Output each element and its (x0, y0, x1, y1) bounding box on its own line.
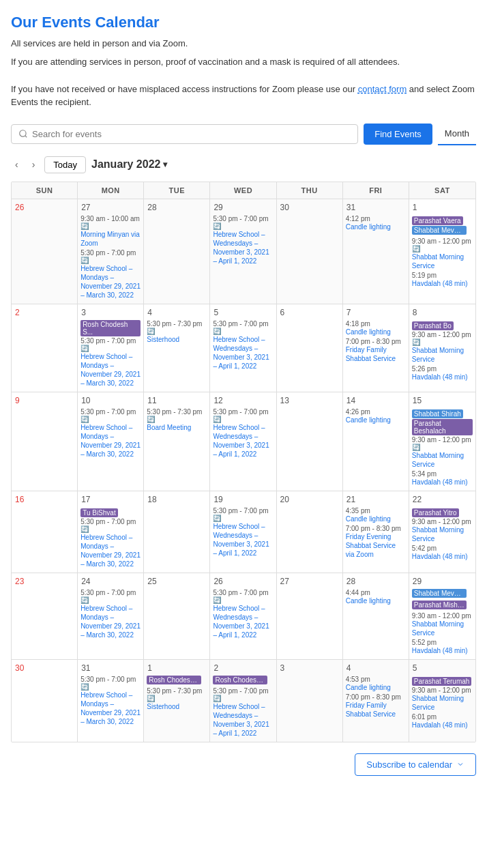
calendar-day-dec28: 28 (144, 199, 210, 304)
event-name[interactable]: Hebrew School – Wednesdays – November 3,… (213, 335, 273, 371)
event-name[interactable]: Havdalah (48 min) (412, 721, 473, 729)
event-name[interactable]: Hebrew School – Mondays – November 29, 2… (80, 352, 141, 388)
event-refresh: 🔄 (147, 328, 207, 335)
event-badge[interactable]: Parashat Mishpatim (412, 601, 467, 609)
calendar-day-jan20: 20 (277, 491, 343, 573)
event-badge[interactable]: Parashat Beshalach (412, 419, 473, 435)
calendar-day-jan11: 11 5:30 pm - 7:30 pm 🔄 Board Meeting (144, 392, 210, 491)
calendar-day-jan6: 6 (277, 304, 343, 392)
event-name[interactable]: Friday Family Shabbat Service (346, 701, 406, 719)
search-input[interactable] (32, 129, 351, 139)
calendar-day-jan18: 18 (144, 491, 210, 573)
event-block: 9:30 am - 12:00 pm 🔄 Shabbat Morning Ser… (412, 331, 473, 364)
calendar-day-jan19: 19 5:30 pm - 7:00 pm 🔄 Hebrew School – W… (210, 491, 276, 573)
event-name[interactable]: Candle lighting (346, 416, 406, 424)
calendar-day-jan23: 23 (12, 573, 78, 659)
event-name[interactable]: Hebrew School – Mondays – November 29, 2… (80, 691, 141, 726)
event-name[interactable]: Hebrew School – Wednesdays – November 3,… (213, 702, 273, 738)
prev-month-button[interactable]: ‹ (11, 156, 23, 173)
next-month-button[interactable]: › (28, 156, 40, 173)
event-name[interactable]: Friday Evening Shabbat Service via Zoom (346, 532, 406, 559)
event-name[interactable]: Morning Minyan via Zoom (80, 230, 141, 248)
event-badge[interactable]: Parashat Terumah (412, 677, 472, 686)
event-name[interactable]: Shabbat Morning Service (412, 694, 473, 712)
event-name[interactable]: Board Meeting (147, 423, 207, 432)
day-number: 1 (412, 202, 473, 213)
event-time: 4:35 pm (346, 507, 406, 515)
event-name[interactable]: Candle lighting (346, 596, 406, 605)
event-badge[interactable]: Shabbat Mevarc... (412, 589, 467, 598)
event-name[interactable]: Hebrew School – Mondays – November 29, 2… (80, 423, 141, 459)
today-button[interactable]: Today (44, 156, 86, 173)
search-bar: Find Events Month (11, 123, 476, 145)
event-name[interactable]: Shabbat Morning Service (412, 346, 473, 364)
event-refresh: 🔄 (80, 416, 141, 423)
event-badge[interactable]: Rosh Chodesh S... (80, 320, 141, 336)
calendar-day-jan28: 28 4:44 pm Candle lighting (343, 573, 409, 659)
event-name[interactable]: Candle lighting (346, 683, 406, 692)
event-name[interactable]: Havdalah (48 min) (412, 373, 473, 381)
event-time: 5:30 pm - 7:00 pm (213, 215, 273, 222)
event-name[interactable]: Sisterhood (147, 335, 207, 344)
page-note1: If you are attending services in person,… (11, 55, 476, 69)
event-time: 5:34 pm (412, 470, 473, 478)
event-refresh: 🔄 (80, 596, 141, 604)
event-badge[interactable]: Tu BiShvat (80, 508, 118, 517)
event-name[interactable]: Havdalah (48 min) (412, 646, 473, 655)
event-name[interactable]: Shabbat Morning Service (412, 451, 473, 469)
event-name[interactable]: Hebrew School – Mondays – November 29, 2… (80, 604, 141, 639)
subscribe-label: Subscribe to calendar (366, 760, 452, 770)
event-name[interactable]: Candle lighting (346, 222, 406, 231)
find-events-button[interactable]: Find Events (364, 124, 432, 145)
event-name[interactable]: Candle lighting (346, 328, 406, 336)
calendar-week-2: 2 3 Rosh Chodesh S... 5:30 pm - 7:00 pm … (12, 304, 475, 392)
event-name[interactable]: Hebrew School – Wednesdays – November 3,… (213, 423, 273, 459)
event-name[interactable]: Shabbat Morning Service (412, 620, 473, 637)
event-name[interactable]: Hebrew School – Mondays – November 29, 2… (80, 264, 141, 300)
day-number: 22 (412, 494, 473, 505)
event-block: 9:30 am - 12:00 pm Shabbat Morning Servi… (412, 518, 473, 543)
event-time: 5:30 pm - 7:30 pm (147, 320, 207, 328)
event-time: 9:30 am - 12:00 pm (412, 237, 473, 245)
event-block: 5:30 pm - 7:30 pm 🔄 Board Meeting (147, 408, 207, 432)
subscribe-bar: Subscribe to calendar (11, 753, 476, 776)
event-badge[interactable]: Parashat Vaera (412, 216, 463, 225)
event-name[interactable]: Havdalah (48 min) (412, 279, 473, 288)
subscribe-calendar-button[interactable]: Subscribe to calendar (355, 753, 476, 776)
event-time: 9:30 am - 12:00 pm (412, 612, 473, 620)
event-block: 4:18 pm Candle lighting (346, 320, 406, 336)
page-title: Our Events Calendar (11, 14, 476, 31)
event-badge[interactable]: Rosh Chodesh A... (147, 676, 201, 684)
event-badge[interactable]: Shabbat Shirah (412, 409, 463, 418)
event-refresh: 🔄 (412, 338, 473, 346)
event-badge[interactable]: Parashat Yitro (412, 508, 459, 517)
day-number: 3 (280, 663, 340, 674)
event-name[interactable]: Hebrew School – Wednesdays – November 3,… (213, 604, 273, 639)
event-name[interactable]: Hebrew School – Wednesdays – November 3,… (213, 230, 273, 265)
event-block: 5:30 pm - 7:00 pm 🔄 Hebrew School – Mond… (80, 249, 141, 300)
event-badge[interactable]: Parashat Bo (412, 321, 454, 330)
calendar-week-1: 26 27 9:30 am - 10:00 am 🔄 Morning Minya… (12, 199, 475, 304)
event-name[interactable]: Hebrew School – Wednesdays – November 3,… (213, 522, 273, 558)
day-number: 29 (412, 576, 473, 587)
contact-form-link[interactable]: contact form (358, 84, 407, 94)
month-view-button[interactable]: Month (438, 123, 476, 145)
event-name[interactable]: Hebrew School – Mondays – November 29, 2… (80, 533, 141, 568)
event-name[interactable]: Havdalah (48 min) (412, 478, 473, 487)
event-name[interactable]: Friday Family Shabbat Service (346, 345, 406, 363)
event-name[interactable]: Shabbat Morning Service (412, 252, 473, 270)
day-header-mon: MON (78, 182, 144, 199)
event-badge[interactable]: Shabbat Mevarc... (412, 226, 467, 235)
event-badge[interactable]: Rosh Chodesh A... (213, 676, 267, 684)
event-name[interactable]: Shabbat Morning Service (412, 525, 473, 543)
day-number: 10 (80, 395, 141, 406)
calendar-week-3: 9 10 5:30 pm - 7:00 pm 🔄 Hebrew School –… (12, 392, 475, 491)
event-name[interactable]: Sisterhood (147, 702, 207, 711)
month-label-button[interactable]: January 2022 (91, 158, 167, 171)
event-time: 6:01 pm (412, 713, 473, 721)
chevron-down-icon (456, 760, 464, 768)
event-name[interactable]: Havdalah (48 min) (412, 552, 473, 561)
calendar-day-jan16: 16 (12, 491, 78, 573)
event-name[interactable]: Candle lighting (346, 515, 406, 523)
day-number: 14 (346, 395, 406, 406)
